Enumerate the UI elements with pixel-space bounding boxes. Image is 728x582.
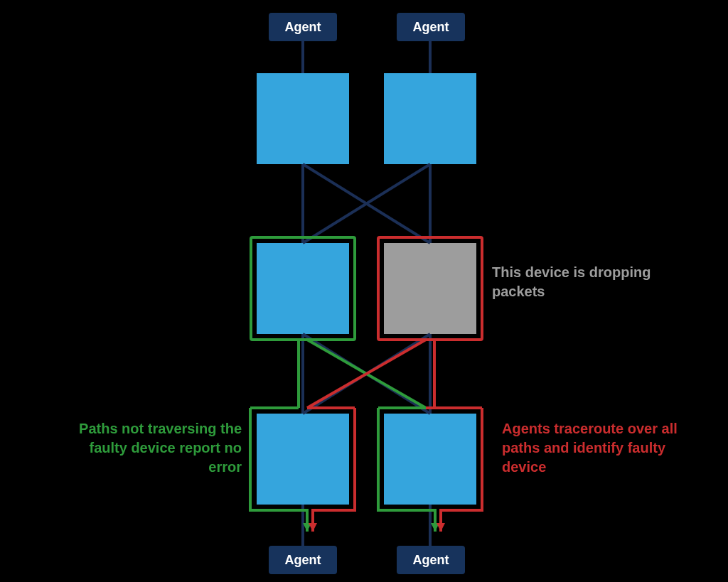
label-faulty-device: This device is dropping packets	[492, 263, 677, 301]
svg-line-14	[307, 340, 426, 408]
svg-line-5	[303, 164, 430, 243]
node-row1-right	[384, 73, 476, 164]
label-green-path: Paths not traversing the faulty device r…	[57, 419, 242, 477]
agent-top-right: Agent	[397, 13, 465, 41]
agent-bottom-right: Agent	[397, 546, 465, 574]
agent-label: Agent	[413, 553, 449, 568]
node-row2-left	[257, 243, 349, 334]
svg-line-19	[307, 340, 426, 408]
node-row1-left	[257, 73, 349, 164]
svg-line-4	[303, 164, 430, 243]
svg-line-8	[303, 334, 430, 414]
svg-marker-22	[309, 523, 317, 532]
svg-line-9	[303, 334, 430, 414]
diagram-stage: Agent Agent Agent Agent This device is d…	[0, 0, 728, 582]
svg-marker-23	[437, 523, 445, 532]
node-row3-left	[257, 414, 349, 505]
node-row2-right-faulty	[384, 243, 476, 334]
agent-label: Agent	[285, 553, 321, 568]
node-row3-right	[384, 414, 476, 505]
agent-bottom-left: Agent	[269, 546, 337, 574]
svg-marker-16	[431, 523, 439, 532]
agent-label: Agent	[413, 20, 449, 35]
svg-marker-15	[303, 523, 311, 532]
label-red-path: Agents traceroute over all paths and ide…	[502, 419, 687, 477]
agent-label: Agent	[285, 20, 321, 35]
agent-top-left: Agent	[269, 13, 337, 41]
